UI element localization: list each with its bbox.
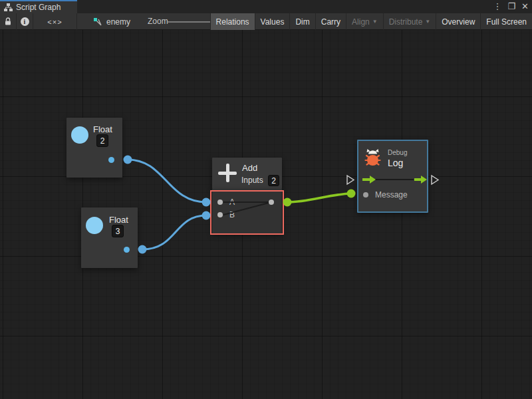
node-category: Debug: [388, 149, 407, 156]
full-screen-button[interactable]: Full Screen: [480, 13, 532, 30]
script-graph-asset-icon: [93, 17, 102, 27]
inputs-label: Inputs: [241, 176, 263, 185]
add-output-port[interactable]: [269, 200, 274, 205]
add-input-a-port[interactable]: [217, 200, 223, 205]
graph-hierarchy-icon: [4, 3, 13, 11]
float-output-port[interactable]: [124, 247, 130, 253]
float-output-preview-port[interactable]: [71, 126, 88, 144]
float-node-2[interactable]: Float 3: [81, 207, 138, 268]
values-button[interactable]: Values: [255, 13, 290, 30]
tab-script-graph[interactable]: Script Graph: [0, 0, 77, 13]
add-node-header[interactable]: Add Inputs 2: [212, 158, 282, 189]
lock-icon: [4, 17, 12, 26]
info-button[interactable]: i: [17, 13, 33, 30]
tab-bar: Script Graph ⋮ ❐ ✕: [0, 0, 532, 13]
node-title: Float: [93, 124, 112, 134]
message-port-label: Message: [375, 190, 408, 200]
window-controls: ⋮ ❐ ✕: [493, 0, 529, 13]
plus-icon: [218, 164, 237, 182]
chevron-down-icon: ▼: [372, 19, 378, 25]
close-icon[interactable]: ✕: [521, 0, 529, 13]
float-value-field[interactable]: 2: [96, 134, 108, 147]
debug-log-node[interactable]: Debug Log Message: [357, 140, 428, 213]
node-title: Log: [388, 158, 403, 168]
dim-button[interactable]: Dim: [289, 13, 315, 30]
info-icon: i: [21, 17, 29, 26]
float-node-1[interactable]: Float 2: [66, 118, 122, 178]
tab-title: Script Graph: [16, 3, 61, 12]
float-value-field[interactable]: 3: [112, 225, 124, 237]
edit-graph-button[interactable]: <×>: [33, 13, 77, 30]
graph-reference[interactable]: enemy: [93, 13, 130, 30]
message-input-port[interactable]: [363, 192, 368, 198]
menu-icon[interactable]: ⋮: [493, 0, 501, 13]
chevron-down-icon: ▼: [425, 19, 430, 25]
distribute-dropdown[interactable]: Distribute▼: [383, 13, 436, 30]
overview-button[interactable]: Overview: [436, 13, 480, 30]
toolbar: i <×> enemy Zoom 1x Relations Values Dim…: [0, 13, 532, 30]
graph-name-label: enemy: [106, 17, 130, 27]
float-output-port[interactable]: [108, 157, 114, 163]
node-title: Add: [242, 163, 257, 173]
lock-button[interactable]: [0, 13, 17, 30]
carry-button[interactable]: Carry: [315, 13, 346, 30]
relations-button[interactable]: Relations: [210, 13, 255, 30]
add-node-body[interactable]: A B: [212, 189, 282, 233]
node-title: Float: [109, 215, 128, 225]
port-a-label: A: [229, 198, 235, 207]
add-input-b-port[interactable]: [217, 212, 223, 217]
inputs-count-field[interactable]: 2: [268, 175, 279, 186]
toolbar-buttons: Relations Values Dim Carry Align▼ Distri…: [210, 13, 532, 30]
graph-canvas[interactable]: Float 2 Float 3 Add Inputs 2: [0, 30, 532, 399]
script-graph-window: Script Graph ⋮ ❐ ✕ i <×> enemy: [0, 0, 532, 399]
zoom-label: Zoom: [148, 13, 168, 30]
float-output-preview-port[interactable]: [86, 217, 103, 234]
code-icon: <×>: [47, 18, 62, 26]
port-b-label: B: [229, 210, 235, 219]
bug-icon: [364, 148, 382, 167]
align-dropdown[interactable]: Align▼: [346, 13, 383, 30]
maximize-icon[interactable]: ❐: [507, 0, 515, 13]
